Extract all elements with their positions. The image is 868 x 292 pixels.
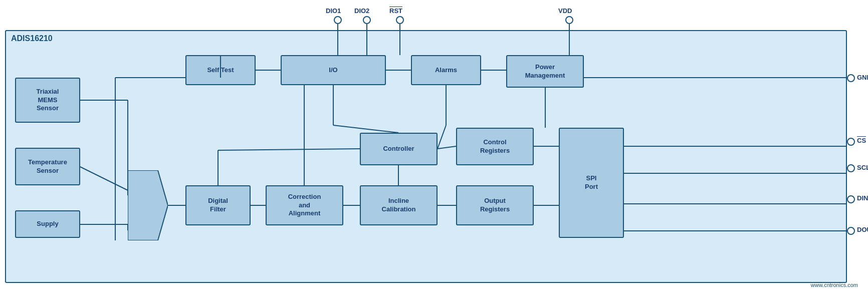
self-test-block: Self Test <box>185 55 256 85</box>
correction-alignment-block: CorrectionandAlignment <box>266 185 343 225</box>
dout-label: DOUT <box>857 226 868 233</box>
sclk-pin <box>847 164 855 172</box>
dio1-label: DIO1 <box>326 7 341 15</box>
digital-filter-block: DigitalFilter <box>185 185 251 225</box>
spi-port-block: SPIPort <box>559 128 624 238</box>
dio1-pin <box>334 16 342 24</box>
din-label: DIN <box>857 194 868 202</box>
output-registers-block: OutputRegisters <box>456 185 534 225</box>
rst-pin <box>396 16 404 24</box>
dout-pin <box>847 227 855 235</box>
gnd-label: GND <box>857 74 868 81</box>
io-block: I/O <box>281 55 386 85</box>
alarms-block: Alarms <box>411 55 481 85</box>
control-registers-block: ControlRegisters <box>456 128 534 165</box>
cs-label: CS <box>857 137 866 144</box>
dio2-label: DIO2 <box>354 7 369 15</box>
sclk-label: SCLK <box>857 164 868 171</box>
diagram-container: ADIS16210 TriaxialMEMSSensor Temperature… <box>0 0 868 292</box>
supply-block: Supply <box>15 210 80 238</box>
mux-block <box>128 170 168 240</box>
rst-label: RST <box>389 7 402 15</box>
vdd-pin <box>565 16 573 24</box>
gnd-pin <box>847 74 855 82</box>
watermark: www.cntronics.com <box>811 282 858 288</box>
vdd-label: VDD <box>558 7 572 15</box>
chip-label: ADIS16210 <box>11 34 53 43</box>
temperature-sensor-block: TemperatureSensor <box>15 148 80 185</box>
incline-calibration-block: InclineCalibration <box>360 185 438 225</box>
controller-block: Controller <box>360 133 438 165</box>
dio2-pin <box>363 16 371 24</box>
power-management-block: PowerManagement <box>506 55 584 88</box>
triaxial-mems-block: TriaxialMEMSSensor <box>15 78 80 123</box>
cs-pin <box>847 138 855 146</box>
svg-marker-0 <box>128 170 168 240</box>
din-pin <box>847 195 855 203</box>
